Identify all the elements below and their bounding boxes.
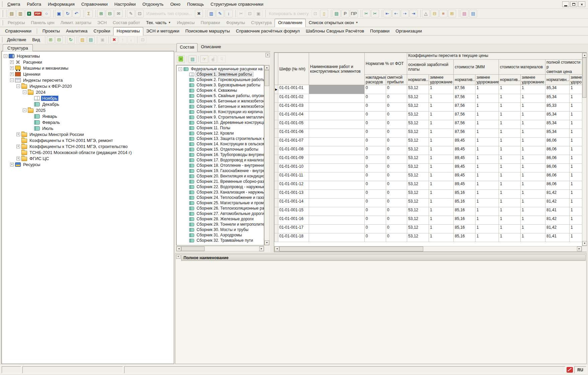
view-tab[interactable]: Оглавление [275,19,305,27]
grid-cell[interactable]: 0 [365,207,386,216]
grid-cell[interactable]: 1 [499,216,521,225]
tree-item[interactable]: −Нормативы [2,53,173,59]
indent-last-icon[interactable]: ⇥ [410,10,418,17]
grid-cell[interactable]: 53,12 [407,120,429,129]
grid-cell[interactable]: 1 [429,199,454,207]
scroll-up-button[interactable]: ▲ [582,53,587,58]
tree-item[interactable]: Сборник 20. Вентиляция и кондиционир [177,173,264,179]
grid-cell[interactable] [309,233,365,242]
expander-icon[interactable]: + [10,66,14,70]
grid-cell[interactable]: 1 [521,103,545,111]
grid-cell[interactable]: 87,56 [454,129,475,138]
grid-cell[interactable] [309,164,365,172]
view-tab[interactable]: Тех. часть▼ [143,19,174,27]
tree-item[interactable]: Сборник 30. Мосты и трубы [177,227,264,232]
grid-cell[interactable]: 1 [475,216,499,225]
tree-item[interactable]: −2024 [2,89,173,95]
refresh-icon[interactable]: ↻ [64,10,72,17]
grid-cell[interactable]: 0 [386,164,407,172]
horizontal-scrollbar[interactable]: ◄ ► [274,246,582,252]
language-indicator[interactable]: RU [574,366,586,373]
grid-cell[interactable]: 1 [521,129,545,138]
grid-cell[interactable]: 01-01-001-01 [278,85,309,94]
insert-section-icon[interactable]: ⊟ [106,10,114,17]
view-tab[interactable]: Список открытых окон▼ [306,19,361,27]
grid-cell[interactable]: 0 [365,103,386,111]
grid-cell[interactable]: 1 [570,190,582,199]
grid-cell[interactable]: 0 [365,94,386,103]
grid-cell[interactable] [309,138,365,146]
grid-cell[interactable]: 0 [365,164,386,172]
grid-cell[interactable]: 1 [429,207,454,216]
grid-cell[interactable]: 1 [570,94,582,103]
grid-cell[interactable]: 01-01-001-05 [278,120,309,129]
tree-item[interactable]: Сборник 5. Свайные работы, опускные к [177,93,264,98]
hand-up-icon[interactable]: ☝ [209,55,217,63]
grid-cell[interactable]: 01-01-001-10 [278,164,309,172]
grid-cell[interactable]: 1 [499,199,521,207]
grid-cell[interactable]: 01-01-001-17 [278,225,309,233]
grid-cell[interactable]: 53,12 [407,207,429,216]
grid-cell[interactable]: 53,12 [407,146,429,155]
grid-cell[interactable]: 86,06 [545,181,570,190]
grid-cell[interactable]: 1 [475,181,499,190]
tree-item[interactable]: Сборник 31. Аэродромы [177,232,264,238]
menu-item[interactable]: Работа [23,0,45,8]
grid-row[interactable]: 01-01-001-070053,12189,4511186,061 [275,138,582,146]
grid-cell[interactable]: 1 [570,181,582,190]
grid-row[interactable]: 01-01-001-080053,12189,4511186,061 [275,146,582,155]
scrollbar-thumb[interactable] [582,58,586,98]
grid-cell[interactable]: 85,33 [545,103,570,111]
tree-item[interactable]: +Машины и механизмы [2,65,173,71]
grid-cell[interactable]: 89,45 [454,181,475,190]
grid-row[interactable]: 01-01-001-180053,12185,1611181,411 [275,233,582,242]
grid-cell[interactable]: 01-01-001-02 [278,94,309,103]
grid-row[interactable]: 01-01-001-060053,12187,5611185,341 [275,129,582,138]
tree-item[interactable]: Сборник 11. Полы [177,125,264,131]
grid-cell[interactable]: 01-01-001-16 [278,216,309,225]
row-marker[interactable] [275,233,278,242]
grid-cell[interactable]: 1 [429,181,454,190]
grid-cell[interactable]: 01-01-001-04 [278,111,309,120]
scroll-up-button[interactable]: ▲ [265,65,269,70]
grid-cell[interactable]: 1 [570,120,582,129]
grid-cell[interactable]: 87,56 [454,103,475,111]
grid-cell[interactable]: 85,16 [454,199,475,207]
tree-item[interactable]: Июль [2,125,173,131]
tree-item[interactable]: Сборник 7. Бетонные и железобетонные [177,104,264,109]
grid-cell[interactable]: 0 [365,146,386,155]
tree-item[interactable]: Сборник 6. Бетонные и железобетонные [177,98,264,104]
grid-cell[interactable]: 53,12 [407,181,429,190]
tree-item[interactable]: Сборник 21. Временные сборно-разбор [177,179,264,184]
row-marker[interactable] [275,94,278,103]
row-marker[interactable] [275,111,278,120]
close-panel-button[interactable]: × [176,254,180,259]
tree-item[interactable]: Ноябрь [2,95,173,101]
grid-cell[interactable]: 1 [499,164,521,172]
grid-row[interactable]: 01-01-001-150053,12185,1611181,411 [275,207,582,216]
tree-item[interactable]: +Ценники [2,71,173,77]
horizontal-scrollbar[interactable]: ◄ ► [176,246,264,251]
grid-cell[interactable]: 01-01-001-08 [278,146,309,155]
grid-cell[interactable]: 85,16 [454,233,475,242]
grid-cell[interactable]: 0 [386,111,407,120]
row-marker[interactable] [275,129,278,138]
grid-cell[interactable]: 1 [570,85,582,94]
grid-cell[interactable]: 0 [365,129,386,138]
close-panel-button[interactable]: × [266,53,270,57]
grid-cell[interactable]: 0 [386,85,407,94]
grid-cell[interactable]: 1 [499,111,521,120]
tree-item[interactable]: Сборник 29. Тоннели и метрополитены [177,222,264,227]
grid-cell[interactable]: 0 [365,155,386,164]
tree-item[interactable]: ТСНБ-2001 Московской области (редакция 2… [2,149,173,155]
row-marker[interactable] [275,207,278,216]
truck-icon[interactable]: ⊟ [431,10,439,17]
grid-cell[interactable]: 0 [386,225,407,233]
grid-cell[interactable]: 1 [475,103,499,111]
module-tab[interactable]: Справочник расчётных формул [233,27,303,35]
grid-cell[interactable]: 1 [499,155,521,164]
move-down-icon[interactable]: ↓ [127,36,135,43]
grid-cell[interactable]: 1 [475,164,499,172]
expander-icon[interactable]: − [10,78,14,82]
refresh-icon[interactable]: ↻ [67,36,75,43]
